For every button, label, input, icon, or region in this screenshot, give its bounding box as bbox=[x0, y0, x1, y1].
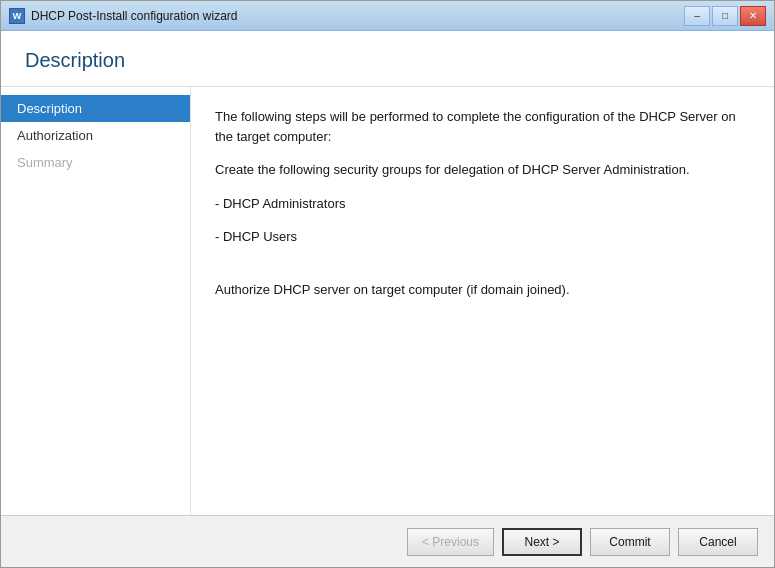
content-panel: The following steps will be performed to… bbox=[191, 87, 774, 515]
description-paragraph-1: The following steps will be performed to… bbox=[215, 107, 750, 146]
sidebar-item-description[interactable]: Description bbox=[1, 95, 190, 122]
maximize-button[interactable]: □ bbox=[712, 6, 738, 26]
title-bar: W DHCP Post-Install configuration wizard… bbox=[1, 1, 774, 31]
main-content: Description Authorization Summary The fo… bbox=[1, 87, 774, 515]
description-paragraph-3: Authorize DHCP server on target computer… bbox=[215, 280, 750, 300]
page-header: Description bbox=[1, 31, 774, 87]
sidebar: Description Authorization Summary bbox=[1, 87, 191, 515]
title-bar-controls: – □ ✕ bbox=[684, 6, 766, 26]
footer: < Previous Next > Commit Cancel bbox=[1, 515, 774, 567]
sidebar-item-authorization[interactable]: Authorization bbox=[1, 122, 190, 149]
sidebar-item-summary: Summary bbox=[1, 149, 190, 176]
list-item-2: - DHCP Users bbox=[215, 227, 750, 247]
commit-button[interactable]: Commit bbox=[590, 528, 670, 556]
minimize-button[interactable]: – bbox=[684, 6, 710, 26]
main-window: W DHCP Post-Install configuration wizard… bbox=[0, 0, 775, 568]
title-bar-left: W DHCP Post-Install configuration wizard bbox=[9, 8, 238, 24]
cancel-button[interactable]: Cancel bbox=[678, 528, 758, 556]
content-area: Description Description Authorization Su… bbox=[1, 31, 774, 567]
close-button[interactable]: ✕ bbox=[740, 6, 766, 26]
next-button[interactable]: Next > bbox=[502, 528, 582, 556]
previous-button[interactable]: < Previous bbox=[407, 528, 494, 556]
window-title: DHCP Post-Install configuration wizard bbox=[31, 9, 238, 23]
window-icon: W bbox=[9, 8, 25, 24]
list-item-1: - DHCP Administrators bbox=[215, 194, 750, 214]
page-title: Description bbox=[25, 49, 750, 72]
description-paragraph-2: Create the following security groups for… bbox=[215, 160, 750, 180]
